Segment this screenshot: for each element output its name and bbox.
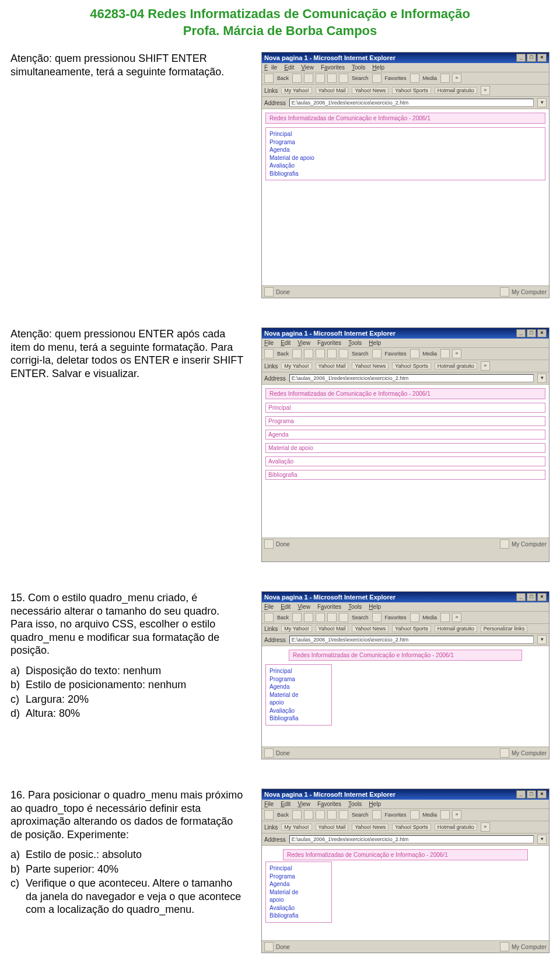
link-item: Hotmail gratuito xyxy=(435,824,477,831)
address-value: E:\aulas_2006_1\redes\exercicios\exercic… xyxy=(289,636,534,644)
close-icon: × xyxy=(537,54,547,62)
minimize-icon: _ xyxy=(516,54,526,62)
done-icon xyxy=(264,287,274,297)
history-icon xyxy=(440,613,450,622)
more-icon: » xyxy=(452,349,461,358)
menu-bar: File Edit View Favorites Tools Help xyxy=(262,63,549,72)
menu-edit: Edit xyxy=(284,64,294,71)
stop-icon xyxy=(304,74,313,83)
menu-tools: Tools xyxy=(352,64,365,71)
page-content: Redes Informatizadas de Comunicação e In… xyxy=(262,646,549,747)
list-item: apoio xyxy=(270,896,328,904)
window-title: Nova pagina 1 - Microsoft Internet Explo… xyxy=(264,54,396,61)
link-item: Personalizar links xyxy=(481,625,528,632)
window-titlebar: Nova pagina 1 - Microsoft Internet Explo… xyxy=(262,789,549,800)
menu-bar: File Edit View Favorites Tools Help xyxy=(262,800,549,809)
list-item: Agenda xyxy=(270,683,328,691)
go-icon: ▾ xyxy=(537,635,547,644)
menu-help: Help xyxy=(369,340,381,346)
list-label: a) xyxy=(10,848,26,862)
links-bar: Links My Yahoo! Yahoo! Mail Yahoo! News … xyxy=(262,624,549,634)
search-icon xyxy=(339,810,348,819)
maximize-icon: □ xyxy=(527,593,536,601)
forward-icon xyxy=(292,74,302,83)
minimize-icon: _ xyxy=(516,329,526,337)
banner-box: Redes Informatizadas de Comunicação e In… xyxy=(283,849,528,860)
banner-box: Redes Informatizadas de Comunicação e In… xyxy=(289,650,522,661)
more-icon: » xyxy=(481,86,490,95)
menu-view: View xyxy=(301,64,314,71)
stop-icon xyxy=(304,613,313,622)
menu-view: View xyxy=(298,340,310,346)
menu-row: Agenda xyxy=(265,430,545,440)
links-label: Links xyxy=(264,88,278,94)
links-bar: Links My Yahoo! Yahoo! Mail Yahoo! News … xyxy=(262,821,549,834)
list-label: d) xyxy=(10,707,26,720)
minimize-icon: _ xyxy=(516,593,526,601)
link-item: Yahoo! News xyxy=(352,824,388,831)
banner-box: Redes Informatizadas de Comunicação e In… xyxy=(265,113,545,124)
back-icon xyxy=(264,74,274,83)
section1-text: Atenção: quem pressionou SHIFT ENTER sim… xyxy=(10,52,244,78)
link-item: My Yahoo! xyxy=(281,87,312,94)
link-item: Yahoo! Mail xyxy=(316,362,349,369)
link-item: Yahoo! Sports xyxy=(392,87,430,94)
course-header: 46283-04 Redes Informatizadas de Comunic… xyxy=(10,6,550,39)
link-item: Hotmail gratuito xyxy=(435,625,477,632)
menu-tools: Tools xyxy=(348,801,362,807)
menu-row: Avaliação xyxy=(265,456,545,466)
course-title: 46283-04 Redes Informatizadas de Comunic… xyxy=(10,6,550,23)
home-icon xyxy=(327,613,337,622)
list-text: Altura: 80% xyxy=(26,707,244,720)
list-item: Material de xyxy=(270,888,328,897)
home-icon xyxy=(327,349,337,358)
toolbar: Back Search Favorites Media » xyxy=(262,612,549,624)
link-item: My Yahoo! xyxy=(281,824,312,831)
page-content: Redes Informatizadas de Comunicação e In… xyxy=(262,385,549,538)
section2-text: Atenção: quem pressionou ENTER após cada… xyxy=(10,327,244,380)
menu-edit: Edit xyxy=(281,340,290,346)
close-icon: × xyxy=(537,329,547,337)
go-icon: ▾ xyxy=(537,98,547,107)
address-label: Address xyxy=(264,375,286,382)
history-icon xyxy=(440,810,450,819)
more-icon: » xyxy=(452,810,461,819)
list-item: Programa xyxy=(270,873,328,881)
media-icon xyxy=(410,349,419,358)
favorites-icon xyxy=(372,74,382,83)
menu-file: File xyxy=(264,340,274,346)
refresh-icon xyxy=(316,810,325,819)
ie-screenshot-4: Nova pagina 1 - Microsoft Internet Explo… xyxy=(261,789,550,953)
ie-screenshot-3: Nova pagina 1 - Microsoft Internet Explo… xyxy=(261,591,550,759)
search-icon xyxy=(339,74,348,83)
list-label: b) xyxy=(10,863,26,876)
address-label: Address xyxy=(264,637,286,643)
list-item: Programa xyxy=(270,138,541,147)
computer-icon xyxy=(500,539,509,549)
computer-icon xyxy=(500,748,509,758)
refresh-icon xyxy=(316,613,325,622)
menu-help: Help xyxy=(369,801,381,807)
list-item: Principal xyxy=(270,667,328,675)
address-bar: Address E:\aulas_2006_1\redes\exercicios… xyxy=(262,97,549,109)
maximize-icon: □ xyxy=(527,329,536,337)
home-icon xyxy=(327,810,337,819)
list-item: Programa xyxy=(270,675,328,683)
back-icon xyxy=(264,810,274,819)
history-icon xyxy=(440,349,450,358)
list-text: Parte superior: 40% xyxy=(26,863,244,876)
link-item: Yahoo! Mail xyxy=(316,87,349,94)
refresh-icon xyxy=(316,74,325,83)
list-item: Agenda xyxy=(270,146,541,154)
more-icon: » xyxy=(481,361,490,371)
list-item: Avaliação xyxy=(270,904,328,912)
go-icon: ▾ xyxy=(537,835,547,844)
search-icon xyxy=(339,349,348,358)
forward-icon xyxy=(292,810,302,819)
done-icon xyxy=(264,748,274,758)
link-item: My Yahoo! xyxy=(281,362,312,369)
address-value: E:\aulas_2006_1\redes\exercicios\exercic… xyxy=(289,835,534,843)
forward-icon xyxy=(292,349,302,358)
media-icon xyxy=(410,613,419,622)
list-item: Material de apoio xyxy=(270,154,541,162)
